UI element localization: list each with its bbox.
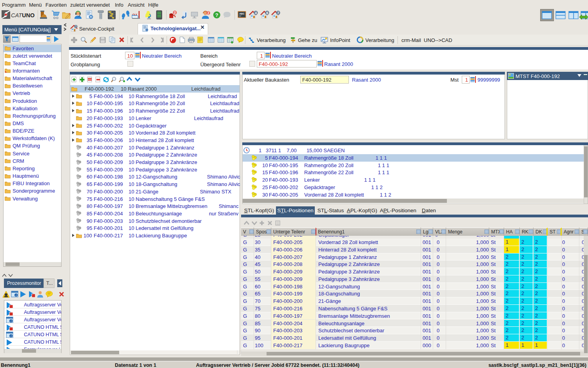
svg-text:6: 6 bbox=[266, 11, 268, 15]
svg-text:?: ? bbox=[75, 25, 77, 28]
svg-text:2: 2 bbox=[207, 11, 209, 15]
svg-text:2: 2 bbox=[174, 11, 176, 15]
svg-text:ABC: ABC bbox=[240, 13, 245, 15]
svg-text:?: ? bbox=[215, 12, 218, 18]
svg-text:4: 4 bbox=[255, 11, 257, 15]
svg-text:7: 7 bbox=[277, 11, 279, 15]
